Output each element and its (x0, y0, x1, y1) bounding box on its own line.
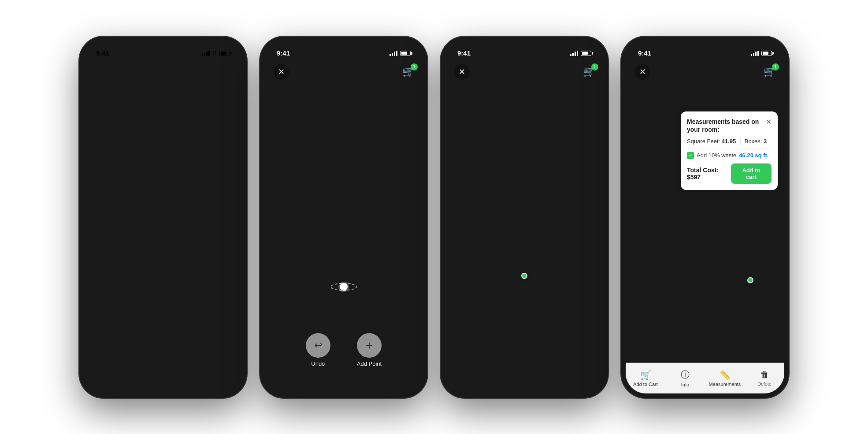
action-buttons: ♥ Save Add to Cart (84, 356, 242, 385)
status-bar-2: 9:41 (264, 41, 423, 60)
nav-bar-1: ‹ Back ⬆ 🛒 1 (84, 60, 242, 79)
ar-screen-4: Measurements based on your room: ✕ Squar… (626, 41, 784, 393)
cart-button-nav[interactable]: 🛒 1 (222, 64, 234, 75)
time-3: 9:41 (457, 49, 471, 57)
undo-label: Undo (311, 360, 325, 367)
undo-circle: ↩ (306, 333, 330, 358)
close-button-2[interactable]: ✕ (273, 64, 289, 80)
tab-info[interactable]: ⓘ Info (665, 363, 705, 393)
sq-ft-value: 41.95 (722, 138, 736, 145)
signal-3 (570, 51, 578, 56)
sq-ft-label: Square Feet: 41.95 (687, 138, 736, 145)
svg-rect-57 (670, 188, 683, 190)
svg-rect-51 (445, 232, 604, 386)
panel-add-to-cart-button[interactable]: Add to cart (731, 163, 772, 184)
signal-icon-1 (202, 51, 210, 56)
ar-bottom-controls-2: ↩ Undo + Add Point (264, 333, 423, 367)
product-price: $8.96/sq ft. (93, 206, 234, 215)
svg-rect-66 (626, 232, 784, 363)
phone-4: Measurements based on your room: ✕ Squar… (621, 37, 789, 398)
ar-screen-3: 9:41 ✕ (445, 41, 604, 393)
close-button-3[interactable]: ✕ (454, 64, 470, 80)
waste-label: Add 10% waste (697, 152, 736, 159)
wood-floor-2 (264, 232, 423, 393)
status-icons-1: ⇈ (202, 50, 230, 56)
battery-3 (581, 51, 591, 56)
delivery-text: Estimated delivery Apr. 23 to May. 3 (93, 217, 234, 224)
tab-info-label: Info (681, 382, 689, 387)
back-button[interactable]: ‹ Back (93, 65, 113, 74)
decor-3 (544, 127, 560, 144)
photo-icon-area: ▮▮ Photos (107, 88, 186, 181)
svg-rect-0 (107, 88, 186, 167)
cart-badge-nav: 1 (230, 61, 237, 68)
panel-close-button[interactable]: ✕ (766, 118, 772, 126)
product-image-area: ▮▮ Photos AR View inMy Room (84, 79, 242, 189)
panel-divider: | (739, 138, 741, 145)
time-2: 9:41 (277, 49, 290, 57)
oven-3 (504, 148, 544, 232)
boxes-value: 3 (764, 138, 767, 145)
time-4: 9:41 (638, 49, 651, 57)
view-in-room-button[interactable]: AR View inMy Room (195, 116, 219, 153)
wifi-icon-1: ⇈ (212, 50, 217, 56)
ar-top-bar-3: ✕ 🛒 1 (445, 60, 604, 83)
tile-floor-4 (626, 232, 784, 363)
tab-add-to-cart-label: Add to Cart (633, 382, 658, 387)
tab-delete[interactable]: 🗑 Delete (745, 363, 784, 393)
svg-rect-42 (572, 133, 575, 138)
ar-top-bar-4: ✕ 🛒 1 (626, 60, 784, 83)
save-button[interactable]: ♥ Save (93, 356, 143, 378)
tab-add-to-cart[interactable]: 🛒 Add to Cart (626, 363, 665, 393)
tab-measurements-label: Measurements (709, 382, 741, 387)
tile-floor-3 (445, 232, 604, 393)
undo-button[interactable]: ↩ Undo (306, 333, 330, 367)
oven-2 (324, 148, 364, 232)
photos-label[interactable]: Photos (142, 172, 163, 179)
status-time-1: 9:41 (96, 49, 109, 57)
home-indicator-2 (264, 383, 423, 392)
cart-badge-4: 1 (772, 63, 779, 70)
towel-3 (522, 198, 527, 223)
svg-rect-39 (490, 188, 502, 190)
status-bar-4: 9:41 (626, 41, 784, 60)
tile-image (107, 88, 186, 167)
svg-rect-20 (309, 188, 322, 190)
cart-badge-3: 1 (591, 63, 598, 70)
battery-2 (400, 51, 411, 56)
green-dot-3 (521, 273, 527, 279)
panel-header: Measurements based on your room: ✕ (687, 118, 772, 134)
add-point-button[interactable]: + Add Point (357, 333, 382, 367)
boxes-label: Boxes: 3 (745, 138, 767, 145)
product-title: 8"x8" Kenzzi Paloma Matte, Set of 50 (93, 196, 234, 204)
placement-cursor (338, 282, 349, 292)
towel-4 (739, 198, 744, 223)
close-button-4[interactable]: ✕ (634, 64, 650, 80)
decor-2 (368, 125, 379, 140)
share-icon[interactable]: ⬆ (207, 64, 215, 75)
waste-checkbox[interactable]: ✓ (687, 152, 694, 159)
green-dot-4 (747, 277, 753, 283)
svg-marker-26 (371, 128, 376, 137)
view-in-room-label: View inMy Room (195, 140, 219, 153)
tab-measurements[interactable]: 📏 Measurements (705, 363, 745, 393)
phone-2: 9:41 ✕ (260, 37, 427, 398)
home-indicator-1 (84, 385, 242, 393)
battery-icon-1 (219, 51, 230, 56)
cart-button-2[interactable]: 🛒 1 (402, 66, 414, 78)
cart-badge-2: 1 (411, 63, 418, 70)
total-cost: Total Cost: $597 (687, 167, 731, 181)
add-point-label: Add Point (357, 360, 382, 367)
delete-tab-icon: 🗑 (760, 370, 769, 380)
cart-button-3[interactable]: 🛒 1 (583, 66, 595, 78)
photos-grid-icon: ▮▮ (130, 171, 138, 181)
cart-button-4[interactable]: 🛒 1 (764, 66, 775, 78)
cart-tab-icon: 🛒 (640, 370, 651, 380)
icons-2 (389, 51, 411, 56)
signal-4 (751, 51, 759, 56)
ar-top-bar-2: ✕ 🛒 1 (264, 60, 423, 83)
chevron-left-icon: ‹ (93, 65, 95, 74)
towel-2 (341, 198, 346, 223)
add-to-cart-button[interactable]: Add to Cart (147, 356, 234, 378)
ar-tab-bar: 🛒 Add to Cart ⓘ Info 📏 Measurements 🗑 De… (626, 363, 784, 393)
